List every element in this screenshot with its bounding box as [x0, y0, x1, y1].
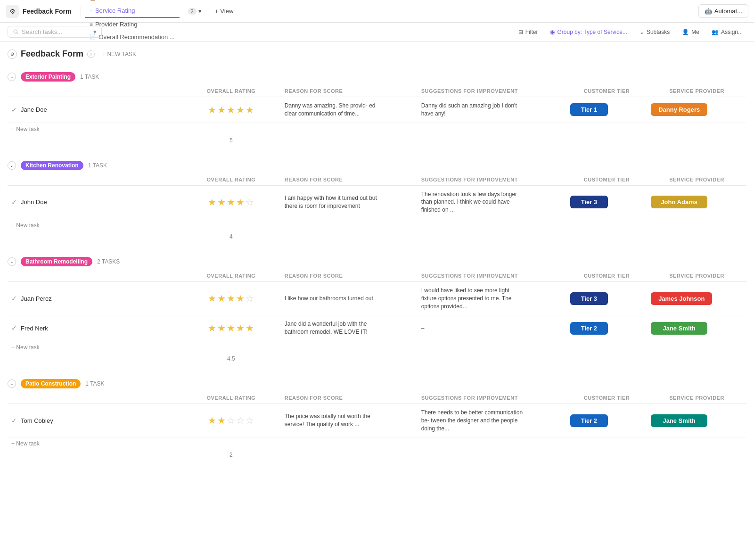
assign-button[interactable]: 👥 Assign... — [708, 27, 746, 37]
new-task-link[interactable]: + New task — [11, 344, 40, 351]
task-name[interactable]: Jane Doe — [21, 106, 47, 113]
check-icon[interactable]: ✓ — [11, 295, 17, 302]
group-collapse-button[interactable]: ⌄ — [8, 379, 16, 388]
group-patio-construction: ⌄ Patio Construction 1 TASK OVERALL RATI… — [8, 375, 746, 460]
search-box[interactable]: Search tasks... ▾ — [8, 26, 102, 38]
group-collapse-button[interactable]: ⌄ — [8, 161, 16, 170]
col-customer-tier: CUSTOMER TIER — [566, 392, 647, 404]
star-3: ★ — [227, 197, 235, 208]
col-suggestions: SUGGESTIONS FOR IMPROVEMENT — [418, 174, 566, 186]
check-icon[interactable]: ✓ — [11, 106, 17, 114]
col-service-provider: SERVICE PROVIDER — [647, 85, 746, 97]
col-headers: OVERALL RATING REASON FOR SCORE SUGGESTI… — [8, 174, 746, 186]
tab-label: Overall Recommendation ... — [98, 33, 174, 41]
suggestion-text: – — [421, 324, 525, 332]
col-overall-rating: OVERALL RATING — [181, 270, 281, 282]
group-kitchen-renovation: ⌄ Kitchen Renovation 1 TASK OVERALL RATI… — [8, 157, 746, 242]
task-table: OVERALL RATING REASON FOR SCORE SUGGESTI… — [8, 85, 746, 146]
avg-value: 5 — [229, 137, 233, 144]
new-task-row[interactable]: + New task — [8, 341, 746, 354]
tier-badge: Tier 2 — [570, 414, 608, 427]
task-name[interactable]: Juan Perez — [21, 295, 52, 302]
provider-badge: John Adams — [651, 196, 707, 208]
group-count: 1 TASK — [88, 162, 107, 169]
page-collapse-button[interactable]: ⊖ — [8, 49, 17, 59]
task-row: ✓ Fred Nerk ★★★★★ Jane did a wonderful j… — [8, 315, 746, 341]
subtasks-button[interactable]: ⌄ Subtasks — [636, 27, 673, 37]
check-icon[interactable]: ✓ — [11, 324, 17, 332]
tier-badge: Tier 3 — [570, 292, 608, 305]
star-4: ★ — [236, 322, 245, 334]
group-label: Bathroom Remodelling — [21, 257, 92, 266]
star-rating: ★★★★★ — [185, 322, 277, 334]
star-5: ☆ — [246, 293, 254, 304]
view-count-btn[interactable]: 2 ▾ — [183, 5, 206, 17]
col-reason: REASON FOR SCORE — [281, 270, 418, 282]
task-row: ✓ Juan Perez ★★★★☆ I like how our bathro… — [8, 281, 746, 315]
me-button[interactable]: 👤 Me — [678, 27, 703, 37]
star-5: ☆ — [246, 197, 254, 208]
star-4: ★ — [236, 197, 245, 208]
check-icon[interactable]: ✓ — [11, 198, 17, 206]
groups-container: ⌄ Exterior Painting 1 TASK OVERALL RATIN… — [8, 68, 746, 460]
task-name-cell: ✓ John Doe — [11, 198, 178, 206]
info-icon[interactable]: i — [87, 50, 95, 58]
subtasks-icon: ⌄ — [639, 29, 644, 35]
star-1: ★ — [208, 322, 216, 334]
group-label: Patio Construction — [21, 379, 81, 388]
task-name[interactable]: Fred Nerk — [21, 325, 48, 332]
new-task-row[interactable]: + New task — [8, 437, 746, 450]
new-task-row[interactable]: + New task — [8, 123, 746, 135]
tier-badge: Tier 2 — [570, 322, 608, 335]
col-overall-rating: OVERALL RATING — [181, 85, 281, 97]
avg-value: 2 — [229, 452, 233, 458]
col-task-name — [8, 85, 181, 97]
star-2: ★ — [217, 197, 226, 208]
new-task-link[interactable]: + New task — [11, 440, 40, 447]
star-5: ★ — [246, 322, 254, 334]
star-3: ★ — [227, 322, 235, 334]
star-4: ☆ — [236, 415, 245, 426]
filter-button[interactable]: ⊟ Filter — [515, 27, 542, 37]
group-by-button[interactable]: ◉ Group by: Type of Service... — [546, 27, 631, 37]
nav-tab-service-rating[interactable]: ≡Service Rating — [85, 4, 179, 18]
group-collapse-button[interactable]: ⌄ — [8, 73, 16, 81]
check-icon[interactable]: ✓ — [11, 417, 17, 424]
star-2: ★ — [217, 293, 226, 304]
new-task-header-button[interactable]: + NEW TASK — [98, 50, 140, 58]
nav-tab-feedback[interactable]: 📋Feedback — [85, 0, 179, 4]
task-name[interactable]: Tom Cobley — [21, 417, 53, 424]
col-suggestions: SUGGESTIONS FOR IMPROVEMENT — [418, 392, 566, 404]
group-label: Kitchen Renovation — [21, 161, 83, 170]
tier-badge: Tier 3 — [570, 196, 608, 208]
tab-icon: ≡ — [90, 8, 92, 14]
group-collapse-button[interactable]: ⌄ — [8, 257, 16, 266]
group-exterior-painting: ⌄ Exterior Painting 1 TASK OVERALL RATIN… — [8, 68, 746, 146]
tab-label: Feedback — [98, 0, 125, 1]
task-row: ✓ John Doe ★★★★☆ I am happy with how it … — [8, 185, 746, 219]
task-name[interactable]: John Doe — [21, 198, 47, 206]
add-view-btn[interactable]: + View — [210, 5, 238, 17]
toolbar-right: ⊟ Filter ◉ Group by: Type of Service... … — [515, 27, 746, 37]
col-overall-rating: OVERALL RATING — [181, 174, 281, 186]
col-suggestions: SUGGESTIONS FOR IMPROVEMENT — [418, 85, 566, 97]
tab-icon: 📋 — [90, 0, 96, 1]
reason-text: Jane did a wonderful job with the bathro… — [285, 320, 379, 336]
new-task-row[interactable]: + New task — [8, 219, 746, 231]
automate-button[interactable]: 🤖 Automat... — [698, 4, 748, 18]
filter-icon: ⊟ — [518, 29, 523, 35]
new-task-link[interactable]: + New task — [11, 222, 40, 229]
assign-icon: 👥 — [712, 29, 719, 35]
star-4: ★ — [236, 104, 245, 115]
avg-row: 2 — [8, 450, 746, 460]
col-customer-tier: CUSTOMER TIER — [566, 270, 647, 282]
col-headers: OVERALL RATING REASON FOR SCORE SUGGESTI… — [8, 270, 746, 282]
new-task-link[interactable]: + New task — [11, 126, 40, 132]
task-table: OVERALL RATING REASON FOR SCORE SUGGESTI… — [8, 174, 746, 242]
tab-label: Service Rating — [95, 7, 135, 14]
reason-text: The price was totally not worth the serv… — [285, 412, 379, 428]
task-table: OVERALL RATING REASON FOR SCORE SUGGESTI… — [8, 270, 746, 364]
reason-text: I like how our bathrooms turned out. — [285, 295, 379, 303]
group-header: ⌄ Bathroom Remodelling 2 TASKS — [8, 253, 746, 270]
top-nav: ⚙ Feedback Form 📄Start Here!📋Feedback≡Se… — [0, 0, 754, 23]
